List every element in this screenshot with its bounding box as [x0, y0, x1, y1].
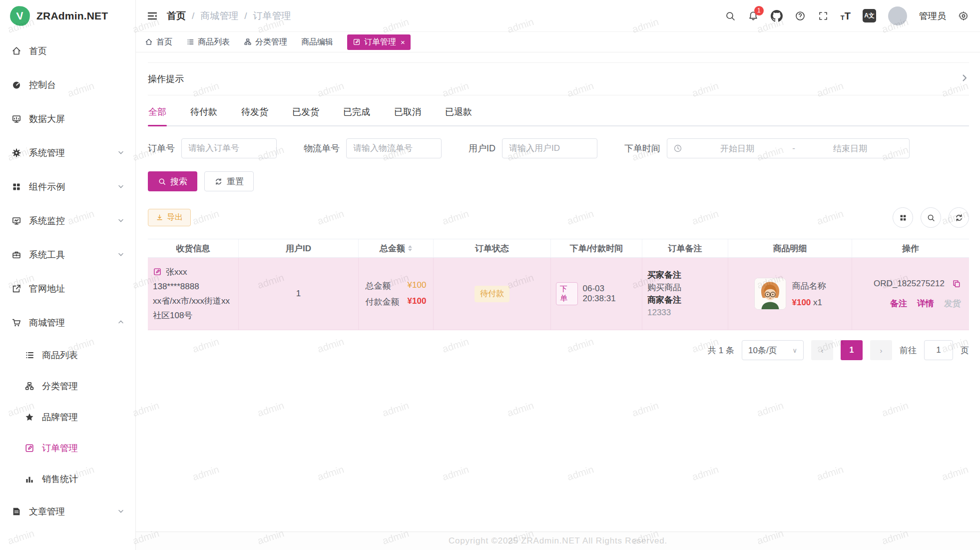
sidebar-item-label: 订单管理: [42, 442, 78, 454]
sidebar-item-monitoring[interactable]: 系统监控: [0, 204, 135, 238]
close-icon[interactable]: ×: [401, 38, 405, 46]
export-button[interactable]: 导出: [148, 209, 191, 226]
column-header[interactable]: 商品明细: [728, 239, 852, 257]
next-page-button[interactable]: ›: [870, 340, 892, 360]
sidebar-item-label: 系统监控: [29, 215, 65, 227]
sidebar-item-category-admin[interactable]: 分类管理: [0, 371, 135, 402]
tab-completed[interactable]: 已完成: [343, 99, 371, 125]
topbar-actions: 1 TT A文 管理员: [725, 6, 969, 25]
filter-label: 用户ID: [469, 142, 495, 154]
translate-icon[interactable]: A文: [863, 9, 876, 22]
tab-cancelled[interactable]: 已取消: [394, 99, 422, 125]
sidebar-item-label: 商城管理: [29, 317, 65, 329]
star-icon: [24, 412, 35, 423]
column-header[interactable]: 订单备注: [642, 239, 728, 257]
fullscreen-icon[interactable]: [818, 10, 829, 21]
goto-page-input[interactable]: [924, 340, 953, 360]
sidebar-item-label: 品牌管理: [42, 411, 78, 423]
sidebar-item-sales-stats[interactable]: 销售统计: [0, 464, 135, 495]
breadcrumb-item[interactable]: 首页: [167, 9, 186, 22]
status-cell: 待付款: [434, 258, 551, 330]
user-id-value: 1: [244, 289, 353, 299]
prev-page-button[interactable]: ‹: [811, 340, 833, 360]
sidebar-item-data-screen[interactable]: 数据大屏: [0, 102, 135, 136]
tag-product-list[interactable]: 商品列表: [186, 37, 230, 47]
date-separator: -: [792, 143, 795, 153]
ship-action-link[interactable]: 发货: [944, 298, 961, 309]
collapse-menu-icon[interactable]: [147, 10, 158, 21]
github-icon[interactable]: [771, 10, 783, 22]
tab-pending-payment[interactable]: 待付款: [190, 99, 218, 125]
tag-product-edit[interactable]: 商品编辑: [301, 37, 333, 47]
tab-all[interactable]: 全部: [148, 99, 167, 125]
column-header[interactable]: 操作: [852, 239, 969, 257]
sidebar-item-mall[interactable]: 商城管理: [0, 306, 135, 340]
filter-actions: 搜索 重置: [148, 171, 969, 191]
sidebar-item-system-admin[interactable]: 系统管理: [0, 136, 135, 170]
tab-refunded[interactable]: 已退款: [445, 99, 473, 125]
table-refresh-icon[interactable]: [949, 207, 969, 228]
column-settings-icon[interactable]: [893, 207, 913, 228]
current-page-button[interactable]: 1: [841, 340, 863, 360]
logo[interactable]: V ZRAdmin.NET: [0, 0, 135, 32]
product-cell: 商品名称 ¥100 x1: [728, 258, 852, 330]
page-size-select[interactable]: 10条/页 ∨: [742, 340, 804, 360]
tracking-no-input[interactable]: [346, 138, 442, 158]
filter-tracking-no: 物流单号: [304, 138, 442, 158]
orders-table: 收货信息 用户ID 总金额 订单状态 下单/付款时间 订单备注 商品明细 操作: [148, 239, 969, 330]
time-cell: 下单 06-03 20:38:31: [551, 258, 642, 330]
table-row[interactable]: 张xxx 138****8888 xx省/xx市/xxx街道xx社区108号 1…: [148, 258, 969, 330]
notification-bell-icon[interactable]: 1: [748, 10, 759, 21]
tag-order-admin-active[interactable]: 订单管理 ×: [347, 34, 411, 50]
page-content: 操作提示 全部 待付款 待发货 已发货 已完成 已取消 已退款 订单号 物流单号: [136, 52, 980, 532]
sidebar-item-home[interactable]: 首页: [0, 34, 135, 68]
copy-icon[interactable]: [952, 279, 961, 288]
column-header-sortable[interactable]: 总金额: [359, 239, 434, 257]
column-header[interactable]: 下单/付款时间: [551, 239, 642, 257]
detail-action-link[interactable]: 详情: [917, 298, 934, 309]
user-id-input[interactable]: [502, 138, 597, 158]
column-header[interactable]: 收货信息: [148, 239, 239, 257]
sidebar-item-order-admin[interactable]: 订单管理: [0, 433, 135, 464]
sort-carets-icon[interactable]: [408, 245, 412, 251]
sidebar-item-product-list[interactable]: 商品列表: [0, 340, 135, 371]
search-icon[interactable]: [725, 10, 736, 21]
order-no-input[interactable]: [181, 138, 277, 158]
export-button-label: 导出: [167, 212, 183, 223]
tag-label: 首页: [156, 37, 172, 47]
page-unit-label: 页: [961, 345, 969, 356]
operation-tips-panel[interactable]: 操作提示: [148, 62, 969, 95]
chevron-down-icon: [117, 216, 124, 226]
tab-pending-shipment[interactable]: 待发货: [241, 99, 269, 125]
product-thumbnail[interactable]: [754, 278, 786, 310]
sidebar-item-dashboard[interactable]: 控制台: [0, 68, 135, 102]
search-button[interactable]: 搜索: [148, 171, 197, 191]
tag-label: 订单管理: [364, 37, 396, 47]
help-icon[interactable]: [795, 10, 806, 21]
settings-gear-icon[interactable]: [958, 10, 969, 21]
table-search-icon[interactable]: [921, 207, 941, 228]
tag-label: 分类管理: [255, 37, 287, 47]
breadcrumb-item[interactable]: 订单管理: [253, 9, 291, 22]
sidebar-item-components[interactable]: 组件示例: [0, 170, 135, 204]
date-range-picker[interactable]: 开始日期 - 结束日期: [667, 138, 910, 158]
reset-button[interactable]: 重置: [204, 171, 254, 191]
edit-address-icon[interactable]: [153, 267, 162, 276]
sidebar-item-brand-admin[interactable]: 品牌管理: [0, 402, 135, 433]
sidebar-item-label: 商品列表: [42, 349, 78, 361]
column-header[interactable]: 订单状态: [434, 239, 551, 257]
note-action-link[interactable]: 备注: [890, 298, 907, 309]
product-qty: x1: [813, 298, 822, 307]
column-header[interactable]: 用户ID: [239, 239, 359, 257]
filter-order-time: 下单时间 开始日期 - 结束日期: [624, 138, 910, 158]
sidebar-item-tools[interactable]: 系统工具: [0, 238, 135, 272]
user-avatar[interactable]: [888, 6, 907, 25]
tag-category-admin[interactable]: 分类管理: [244, 37, 287, 47]
tab-shipped[interactable]: 已发货: [292, 99, 320, 125]
tag-home[interactable]: 首页: [145, 37, 172, 47]
breadcrumb-item[interactable]: 商城管理: [200, 9, 238, 22]
sidebar-item-official-site[interactable]: 官网地址: [0, 272, 135, 306]
sidebar-item-article-admin[interactable]: 文章管理: [0, 495, 135, 529]
topbar: 首页 / 商城管理 / 订单管理 1: [136, 0, 980, 32]
font-size-icon[interactable]: TT: [841, 11, 851, 21]
